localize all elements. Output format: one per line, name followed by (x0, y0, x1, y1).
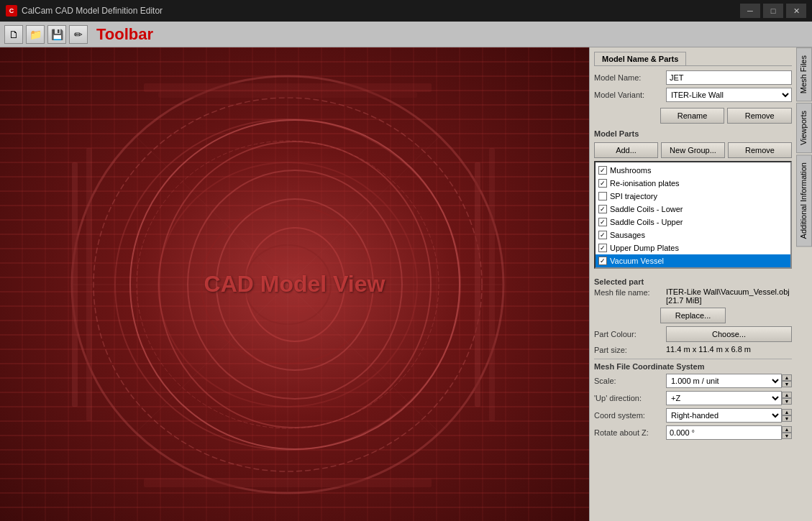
part-label: Vacuum Vessel (610, 257, 664, 265)
part-item[interactable]: ✓Upper Dump Plates (596, 241, 790, 254)
close-button[interactable]: ✕ (786, 4, 806, 18)
part-item[interactable]: ✓Mushrooms (596, 164, 790, 177)
rename-remove-row: Rename Remove (594, 108, 792, 124)
model-variant-select[interactable]: ITER-Like WallCarbon Wall (666, 88, 792, 102)
additional-info-tab[interactable]: Additional Information (796, 155, 812, 246)
svg-rect-13 (475, 162, 480, 407)
title-text: CalCam CAD Model Definition Editor (22, 6, 740, 16)
control-content: Model Name & Parts Model Name: Model Var… (590, 47, 812, 521)
mesh-coord-label: Mesh File Coordinate System (594, 359, 792, 371)
cad-svg-overlay (0, 47, 589, 521)
model-name-row: Model Name: (594, 70, 792, 85)
parts-actions-row: Add... New Group... Remove (594, 142, 792, 158)
part-colour-row: Part Colour: Choose... (594, 326, 792, 342)
part-checkbox[interactable]: ✓ (598, 257, 607, 265)
coord-sys-up-button[interactable]: ▲ (782, 409, 792, 415)
window-controls: ─ □ ✕ (740, 4, 806, 18)
part-label: Mushrooms (610, 166, 651, 175)
titlebar: C CalCam CAD Model Definition Editor ─ □… (0, 0, 812, 22)
model-name-input[interactable] (666, 70, 792, 85)
selected-part-section: Selected part Mesh file name: ITER-Like … (594, 275, 792, 443)
save-button[interactable]: 💾 (47, 25, 66, 44)
coord-system-select[interactable]: Right-handedLeft-handed (666, 408, 782, 423)
side-tabs: Mesh Files Viewports Additional Informat… (796, 47, 812, 249)
control-tabs-header: Model Name & Parts (594, 52, 792, 66)
up-direction-row: 'Up' direction: +Z+Y-Z-Y ▲ ▼ (594, 391, 792, 405)
maximize-button[interactable]: □ (763, 4, 783, 18)
part-item[interactable]: ✓Sausages (596, 229, 790, 241)
replace-button[interactable]: Replace... (660, 308, 726, 323)
cad-view[interactable]: CAD Model View (0, 47, 589, 521)
rotate-z-row: Rotate about Z: ▲ ▼ (594, 425, 792, 440)
scale-down-button[interactable]: ▼ (782, 381, 792, 387)
part-label: Upper Dump Plates (610, 244, 679, 252)
part-checkbox[interactable]: ✓ (598, 218, 607, 226)
mesh-file-row: Mesh file name: ITER-Like Wall\Vacuum_Ve… (594, 287, 792, 305)
mesh-file-path: ITER-Like Wall\Vacuum_Vessel.obj (666, 287, 790, 296)
new-group-button[interactable]: New Group... (661, 142, 725, 158)
part-size-row: Part size: 11.4 m x 11.4 m x 6.8 m (594, 345, 792, 354)
replace-row: Replace... (594, 308, 792, 323)
svg-rect-14 (489, 148, 495, 421)
parts-list-inner: ✓Mushrooms✓Re-ionisation platesSPI traje… (596, 162, 790, 269)
remove-top-button[interactable]: Remove (727, 108, 792, 124)
remove-parts-button[interactable]: Remove (728, 142, 792, 158)
toolbar: 🗋 📁 💾 ✏ Toolbar (0, 22, 812, 47)
part-checkbox[interactable]: ✓ (598, 244, 607, 252)
app-icon: C (6, 5, 17, 17)
part-item[interactable]: ✓Saddle Coils - Upper (596, 216, 790, 229)
mesh-files-tab[interactable]: Mesh Files (796, 47, 812, 101)
right-panel: Mesh Files Viewports Additional Informat… (589, 47, 812, 521)
minimize-button[interactable]: ─ (740, 4, 760, 18)
coord-system-label: Coord system: (594, 411, 666, 420)
scale-row: Scale: 1.000 m / unit0.001 m / unit0.01 … (594, 374, 792, 388)
part-label: Saddle Coils - Lower (610, 205, 683, 213)
mesh-file-size: [21.7 MiB] (666, 296, 790, 305)
rename-button[interactable]: Rename (660, 108, 725, 124)
up-direction-label: 'Up' direction: (594, 394, 666, 402)
model-variant-row: Model Variant: ITER-Like WallCarbon Wall (594, 88, 792, 102)
part-item[interactable]: ✓Vacuum Vessel (596, 254, 790, 267)
open-button[interactable]: 📁 (26, 25, 45, 44)
scale-label: Scale: (594, 377, 666, 385)
part-checkbox[interactable] (598, 192, 607, 200)
model-name-label: Model Name: (594, 73, 666, 82)
main: CAD Model View Mesh Files Viewports Addi… (0, 47, 812, 521)
edit-button[interactable]: ✏ (69, 25, 88, 44)
model-name-parts-tab[interactable]: Model Name & Parts (594, 52, 686, 65)
model-parts-label: Model Parts (594, 129, 792, 138)
new-button[interactable]: 🗋 (4, 25, 23, 44)
rotate-z-label: Rotate about Z: (594, 428, 666, 437)
mesh-file-label: Mesh file name: (594, 287, 666, 297)
rotate-z-input[interactable] (666, 425, 782, 440)
up-direction-select[interactable]: +Z+Y-Z-Y (666, 391, 782, 405)
mesh-file-value: ITER-Like Wall\Vacuum_Vessel.obj [21.7 M… (666, 287, 790, 305)
svg-rect-12 (86, 148, 92, 421)
part-checkbox[interactable]: ✓ (598, 205, 607, 213)
viewports-tab[interactable]: Viewports (796, 103, 812, 153)
rotate-z-up-button[interactable]: ▲ (782, 426, 792, 433)
part-checkbox[interactable]: ✓ (598, 166, 607, 175)
part-label: Sausages (610, 231, 645, 239)
svg-rect-16 (158, 92, 417, 98)
svg-rect-15 (144, 83, 432, 92)
selected-part-label: Selected part (594, 277, 792, 286)
part-item[interactable]: SPI trajectory (596, 190, 790, 203)
parts-list[interactable]: ✓Mushrooms✓Re-ionisation platesSPI traje… (594, 161, 792, 269)
part-label: Re-ionisation plates (610, 179, 680, 188)
svg-rect-17 (144, 479, 432, 487)
rotate-z-down-button[interactable]: ▼ (782, 433, 792, 439)
scale-up-button[interactable]: ▲ (782, 374, 792, 381)
choose-colour-button[interactable]: Choose... (666, 326, 792, 342)
add-button[interactable]: Add... (594, 142, 658, 158)
part-checkbox[interactable]: ✓ (598, 231, 607, 239)
up-dir-up-button[interactable]: ▲ (782, 392, 792, 398)
coord-sys-down-button[interactable]: ▼ (782, 415, 792, 422)
up-dir-down-button[interactable]: ▼ (782, 398, 792, 405)
part-colour-label: Part Colour: (594, 330, 666, 338)
part-checkbox[interactable]: ✓ (598, 179, 607, 188)
part-size-value: 11.4 m x 11.4 m x 6.8 m (666, 345, 792, 354)
scale-select[interactable]: 1.000 m / unit0.001 m / unit0.01 m / uni… (666, 374, 782, 388)
part-item[interactable]: ✓Saddle Coils - Lower (596, 203, 790, 216)
part-item[interactable]: ✓Re-ionisation plates (596, 177, 790, 190)
